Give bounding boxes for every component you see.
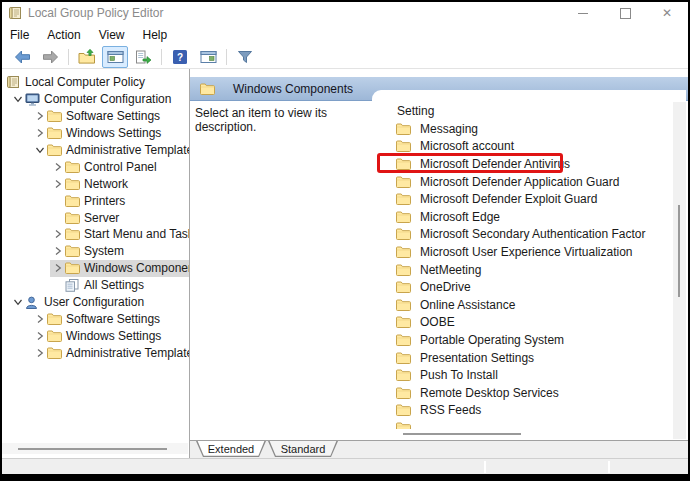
list-item-label: Portable Operating System: [420, 333, 564, 347]
menu-file[interactable]: File: [2, 25, 38, 45]
list-item-messaging[interactable]: Messaging: [372, 120, 673, 138]
close-button[interactable]: ✕: [646, 2, 688, 24]
list-item-microsoft-defender-application-guard[interactable]: Microsoft Defender Application Guard: [372, 173, 673, 191]
title-bar: Local Group Policy Editor ✕: [2, 2, 688, 24]
main-area: Local Computer PolicyComputer Configurat…: [2, 69, 688, 459]
list-item-microsoft-edge[interactable]: Microsoft Edge: [372, 208, 673, 226]
tree-item-start-menu-and-taskbar[interactable]: Start Menu and Taskbar: [2, 226, 189, 243]
tree-item-system[interactable]: System: [2, 243, 189, 260]
tree-item-network[interactable]: Network: [2, 175, 189, 192]
chevron-right-icon[interactable]: [32, 128, 47, 138]
chevron-right-icon[interactable]: [32, 111, 47, 121]
list-item-online-assistance[interactable]: Online Assistance: [372, 296, 673, 314]
list-item-portable-operating-system[interactable]: Portable Operating System: [372, 331, 673, 349]
folder-icon: [47, 144, 66, 156]
setting-column-header[interactable]: Setting: [372, 90, 686, 120]
list-item-onedrive[interactable]: OneDrive: [372, 278, 673, 296]
chevron-right-icon[interactable]: [32, 331, 47, 341]
statusbar-divider: [484, 461, 486, 473]
forward-button[interactable]: [37, 46, 63, 68]
tab-standard[interactable]: Standard: [268, 441, 338, 457]
tree-item-administrative-templates[interactable]: Administrative Templates: [2, 142, 189, 159]
tree-item-administrative-templates[interactable]: Administrative Templates: [2, 344, 189, 361]
list-item-presentation-settings[interactable]: Presentation Settings: [372, 349, 673, 367]
chevron-down-icon[interactable]: [32, 145, 47, 155]
minimize-button[interactable]: [562, 2, 604, 24]
tree-item-computer-configuration[interactable]: Computer Configuration: [2, 91, 189, 108]
folder-up-icon: [78, 49, 96, 64]
tree-item-printers[interactable]: Printers: [2, 192, 189, 209]
tree-hscroll-thumb[interactable]: [18, 448, 167, 450]
list-item-microsoft-secondary-authentication-factor[interactable]: Microsoft Secondary Authentication Facto…: [372, 226, 673, 244]
show-console-tree-button[interactable]: [102, 46, 128, 68]
settings-list-panel: Setting MessagingMicrosoft accountMicros…: [372, 90, 686, 441]
chevron-right-icon[interactable]: [50, 179, 65, 189]
status-bar: [2, 458, 688, 474]
tree-item-inner: Windows Settings: [32, 125, 189, 142]
tab-extended[interactable]: Extended: [196, 441, 266, 457]
up-one-level-button[interactable]: [74, 46, 100, 68]
tree-item-label: Software Settings: [66, 109, 160, 123]
chevron-right-icon[interactable]: [50, 162, 65, 172]
help-button[interactable]: ?: [167, 46, 193, 68]
export-list-button[interactable]: [130, 46, 156, 68]
list-vertical-scrollbar[interactable]: [673, 102, 686, 439]
maximize-button[interactable]: [604, 2, 646, 24]
menu-view[interactable]: View: [90, 25, 134, 45]
list-item-push-to-install[interactable]: Push To Install: [372, 366, 673, 384]
tree-horizontal-scrollbar[interactable]: [2, 443, 188, 454]
menu-action[interactable]: Action: [38, 25, 89, 45]
view-tabstrip: ExtendedStandard: [190, 440, 688, 459]
tree-item-user-configuration[interactable]: User Configuration: [2, 294, 189, 311]
list-hscroll-thumb[interactable]: [403, 433, 521, 435]
chevron-right-icon[interactable]: [50, 229, 65, 239]
maximize-icon: [620, 8, 631, 19]
list-item-remote-desktop-services[interactable]: Remote Desktop Services: [372, 384, 673, 402]
chevron-right-icon[interactable]: [32, 314, 47, 324]
list-item-microsoft-defender-exploit-guard[interactable]: Microsoft Defender Exploit Guard: [372, 190, 673, 208]
folder-icon: [200, 83, 219, 95]
back-button[interactable]: [9, 46, 35, 68]
filter-button[interactable]: [232, 46, 258, 68]
folder-icon: [396, 228, 415, 240]
window-title: Local Group Policy Editor: [28, 6, 163, 20]
tab-label: Standard: [268, 441, 338, 457]
list-vscroll-thumb[interactable]: [678, 205, 680, 297]
list-item-label: Microsoft account: [420, 139, 514, 153]
list-item-microsoft-account[interactable]: Microsoft account: [372, 138, 673, 156]
chevron-right-icon[interactable]: [32, 348, 47, 358]
tree-item-windows-settings[interactable]: Windows Settings: [2, 327, 189, 344]
folder-icon: [396, 211, 415, 223]
tree-item-label: Start Menu and Taskbar: [84, 227, 190, 241]
tree-item-windows-components[interactable]: Windows Components: [2, 260, 189, 277]
tree-item-label: Windows Settings: [66, 126, 161, 140]
folder-icon: [65, 178, 84, 190]
list-item-microsoft-user-experience-virtualization[interactable]: Microsoft User Experience Virtualization: [372, 243, 673, 261]
show-action-pane-button[interactable]: [195, 46, 221, 68]
tree-item-software-settings[interactable]: Software Settings: [2, 108, 189, 125]
list-item-oobe[interactable]: OOBE: [372, 314, 673, 332]
tree-item-control-panel[interactable]: Control Panel: [2, 158, 189, 175]
console-tree-pane: Local Computer PolicyComputer Configurat…: [2, 69, 190, 459]
list-item-netmeeting[interactable]: NetMeeting: [372, 261, 673, 279]
statusbar-divider: [608, 461, 610, 473]
list-horizontal-scrollbar[interactable]: [374, 429, 672, 439]
list-item-label: Push To Install: [420, 368, 498, 382]
tree-item-windows-settings[interactable]: Windows Settings: [2, 125, 189, 142]
tree-item-inner: Software Settings: [32, 108, 189, 125]
menu-help[interactable]: Help: [134, 25, 177, 45]
chevron-down-icon[interactable]: [10, 297, 25, 307]
list-item-microsoft-defender-antivirus[interactable]: Microsoft Defender Antivirus: [372, 155, 673, 173]
chevron-right-icon[interactable]: [50, 263, 65, 273]
chevron-right-icon[interactable]: [50, 246, 65, 256]
tree-item-inner: Local Computer Policy: [6, 74, 189, 91]
folder-icon: [396, 369, 415, 381]
list-item-rss-feeds[interactable]: RSS Feeds: [372, 402, 673, 420]
tree-item-server[interactable]: Server: [2, 209, 189, 226]
tree-item-all-settings[interactable]: All Settings: [2, 277, 189, 294]
tree-item-label: User Configuration: [44, 295, 144, 309]
tree-item-software-settings[interactable]: Software Settings: [2, 310, 189, 327]
folder-icon: [396, 158, 415, 170]
chevron-down-icon[interactable]: [10, 94, 25, 104]
tree-item-local-computer-policy[interactable]: Local Computer Policy: [2, 74, 189, 91]
